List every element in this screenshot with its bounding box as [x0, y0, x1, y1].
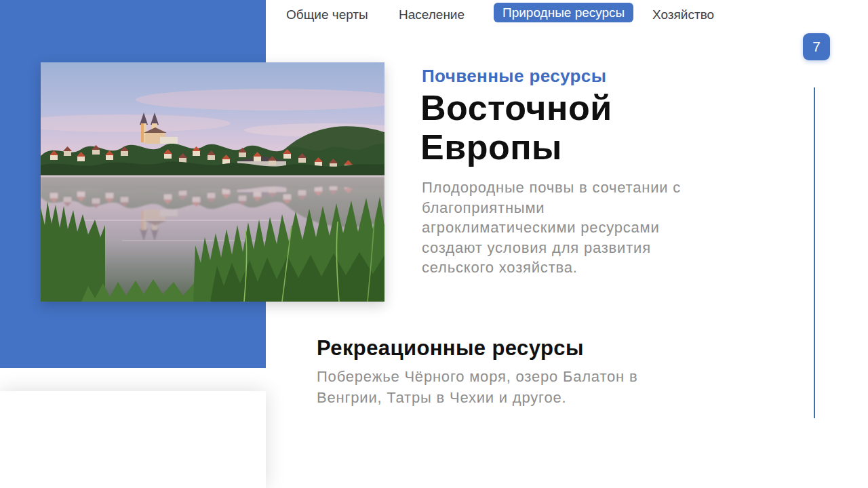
lake-village-photo	[41, 62, 384, 302]
soil-paragraph: Плодородные почвы в сочетании с благопри…	[422, 178, 741, 278]
nav-tab-obshchie-cherty[interactable]: Общие черты	[286, 7, 368, 22]
slide: Общие черты Население Природные ресурсы …	[0, 0, 868, 488]
recreation-heading: Рекреационные ресурсы	[317, 336, 584, 361]
page-number-badge: 7	[803, 33, 830, 60]
kicker-heading: Почвенные ресурсы	[422, 66, 606, 87]
bottom-left-card	[0, 391, 266, 488]
nav-tab-khozyaystvo[interactable]: Хозяйство	[652, 7, 714, 22]
vertical-divider-line	[814, 87, 815, 418]
lake-village-photo-graphic	[41, 62, 384, 302]
nav-tab-prirodnye-resursy-active[interactable]: Природные ресурсы	[494, 3, 633, 22]
nav-tab-naselenie[interactable]: Население	[399, 7, 465, 22]
slide-title: Восточной Европы	[420, 88, 612, 167]
recreation-paragraph: Побережье Чёрного моря, озеро Балатон в …	[317, 366, 724, 408]
